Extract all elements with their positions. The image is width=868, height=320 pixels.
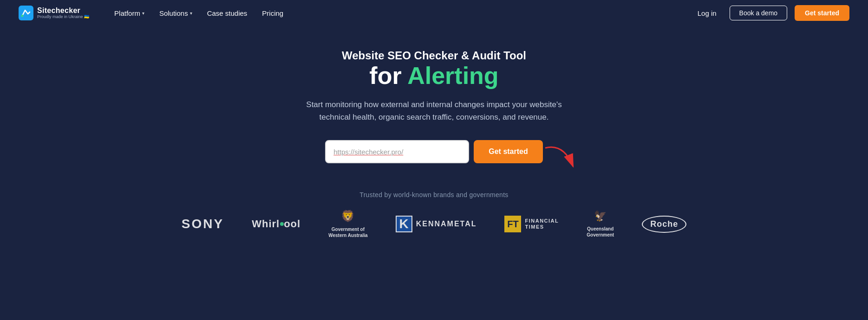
arrow-indicator xyxy=(541,143,578,173)
svg-point-1 xyxy=(21,15,24,17)
chevron-down-icon: ▾ xyxy=(190,11,192,16)
logo-icon xyxy=(19,6,33,20)
hero-section: Website SEO Checker & Audit Tool for Ale… xyxy=(0,26,868,177)
kennametal-logo: K KENNAMETAL xyxy=(396,216,477,232)
logo-link[interactable]: Sitechecker Proudly made in Ukraine 🇺🇦 xyxy=(19,6,89,20)
financial-times-logo: FT FINANCIAL TIMES xyxy=(504,216,559,232)
get-started-nav-button[interactable]: Get started xyxy=(795,5,849,21)
navbar: Sitechecker Proudly made in Ukraine 🇺🇦 P… xyxy=(0,0,868,26)
queensland-logo: 🦅 QueenslandGovernment xyxy=(587,210,614,238)
roche-logo: Roche xyxy=(642,216,686,233)
svg-rect-0 xyxy=(19,6,33,20)
whirlpool-logo: Whirlool xyxy=(252,218,300,230)
nav-platform[interactable]: Platform ▾ xyxy=(108,6,151,21)
brand-logo-row: SONY Whirlool 🦁 Government ofWestern Aus… xyxy=(182,210,686,238)
url-input[interactable] xyxy=(325,140,469,163)
nav-pricing[interactable]: Pricing xyxy=(255,6,290,21)
nav-right: Log in Book a demo Get started xyxy=(692,5,849,21)
search-area: Get started xyxy=(325,140,542,163)
book-demo-button[interactable]: Book a demo xyxy=(730,6,788,20)
hero-highlight: Alerting xyxy=(407,62,498,89)
trusted-label: Trusted by world-known brands and govern… xyxy=(359,191,508,198)
chevron-down-icon: ▾ xyxy=(142,11,144,16)
hero-subtitle: Start monitoring how external and intern… xyxy=(290,98,578,123)
nav-solutions[interactable]: Solutions ▾ xyxy=(153,6,199,21)
gov-wa-logo: 🦁 Government ofWestern Australia xyxy=(328,210,367,238)
trusted-section: Trusted by world-known brands and govern… xyxy=(0,177,868,252)
sony-logo: SONY xyxy=(182,217,224,231)
get-started-hero-button[interactable]: Get started xyxy=(474,140,542,163)
login-button[interactable]: Log in xyxy=(692,6,722,20)
brand-tagline: Proudly made in Ukraine 🇺🇦 xyxy=(37,15,89,19)
hero-title: Website SEO Checker & Audit Tool for Ale… xyxy=(342,49,526,90)
nav-case-studies[interactable]: Case studies xyxy=(201,6,254,21)
nav-links: Platform ▾ Solutions ▾ Case studies Pric… xyxy=(108,6,692,21)
brand-name: Sitechecker xyxy=(37,6,89,15)
